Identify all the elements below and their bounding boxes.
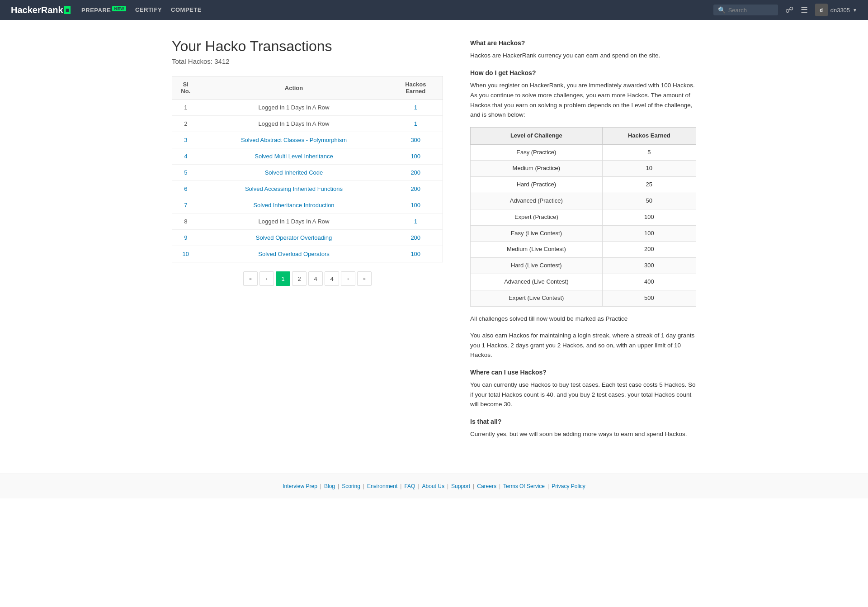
table-row: 3Solved Abstract Classes - Polymorphism3… <box>172 132 443 148</box>
level-name: Easy (Practice) <box>471 144 603 161</box>
transactions-table: Sl No. Action Hackos Earned 1Logged In 1… <box>172 76 443 262</box>
prepare-badge: NEW <box>112 6 126 11</box>
col-hackos: Hackos Earned <box>389 76 443 100</box>
level-name: Advanced (Live Contest) <box>471 274 603 290</box>
row-hackos: 200 <box>389 165 443 181</box>
row-num: 8 <box>172 213 199 230</box>
page-1[interactable]: 1 <box>276 271 290 286</box>
row-num: 9 <box>172 230 199 246</box>
level-row: Expert (Practice)100 <box>471 209 696 225</box>
nav-certify[interactable]: CERTIFY <box>135 6 162 13</box>
row-hackos: 1 <box>389 116 443 132</box>
row-hackos: 100 <box>389 197 443 213</box>
row-hackos: 200 <box>389 181 443 197</box>
table-body: 1Logged In 1 Days In A Row12Logged In 1 … <box>172 100 443 262</box>
table-row: 8Logged In 1 Days In A Row1 <box>172 213 443 230</box>
notifications-icon[interactable]: ☰ <box>801 5 808 15</box>
footer-separator: | <box>400 483 401 489</box>
level-name: Hard (Practice) <box>471 177 603 193</box>
level-name: Hard (Live Contest) <box>471 258 603 274</box>
navbar-left: HackerRank ■ PREPARENEW CERTIFY COMPETE <box>11 5 202 15</box>
table-row: 5Solved Inherited Code200 <box>172 165 443 181</box>
how-hackos-text: When you register on HackerRank, you are… <box>470 81 696 119</box>
row-action[interactable]: Solved Abstract Classes - Polymorphism <box>199 132 389 148</box>
level-hackos: 25 <box>602 177 696 193</box>
where-hackos-title: Where can I use Hackos? <box>470 367 696 377</box>
footer-separator: | <box>473 483 474 489</box>
footer-link-about-us[interactable]: About Us <box>422 483 444 489</box>
levels-body: Easy (Practice)5Medium (Practice)10Hard … <box>471 144 696 306</box>
page-first[interactable]: « <box>243 271 258 286</box>
level-hackos: 100 <box>602 209 696 225</box>
chevron-down-icon: ▼ <box>853 8 857 13</box>
nav-links: PREPARENEW CERTIFY COMPETE <box>81 6 202 14</box>
logo[interactable]: HackerRank ■ <box>11 5 71 15</box>
footer-links: Interview Prep|Blog|Scoring|Environment|… <box>9 483 859 489</box>
level-hackos: 300 <box>602 258 696 274</box>
search-input[interactable] <box>728 7 774 14</box>
row-action[interactable]: Solved Accessing Inherited Functions <box>199 181 389 197</box>
level-row: Expert (Live Contest)500 <box>471 290 696 306</box>
navbar-right: 🔍 ☍ ☰ d dn3305 ▼ <box>713 4 857 16</box>
messages-icon[interactable]: ☍ <box>785 5 793 15</box>
table-row: 2Logged In 1 Days In A Row1 <box>172 116 443 132</box>
level-row: Medium (Live Contest)200 <box>471 242 696 258</box>
row-action[interactable]: Solved Operator Overloading <box>199 230 389 246</box>
level-col-header: Level of Challenge <box>471 127 603 144</box>
logo-text: HackerRank <box>11 5 63 15</box>
page-2[interactable]: 2 <box>292 271 307 286</box>
footer-separator: | <box>320 483 321 489</box>
table-row: 9Solved Operator Overloading200 <box>172 230 443 246</box>
page-prev[interactable]: ‹ <box>259 271 274 286</box>
row-num: 1 <box>172 100 199 116</box>
user-menu[interactable]: d dn3305 ▼ <box>815 4 857 16</box>
row-num: 10 <box>172 246 199 262</box>
nav-prepare[interactable]: PREPARENEW <box>81 6 126 14</box>
footer-link-privacy-policy[interactable]: Privacy Policy <box>552 483 585 489</box>
table-row: 6Solved Accessing Inherited Functions200 <box>172 181 443 197</box>
level-name: Advanced (Practice) <box>471 193 603 209</box>
row-hackos: 100 <box>389 148 443 165</box>
footer-link-scoring[interactable]: Scoring <box>342 483 360 489</box>
page-next[interactable]: › <box>341 271 355 286</box>
total-hackos: Total Hackos: 3412 <box>172 57 443 65</box>
nav-compete[interactable]: COMPETE <box>171 6 202 13</box>
row-action: Logged In 1 Days In A Row <box>199 116 389 132</box>
level-row: Advanced (Live Contest)400 <box>471 274 696 290</box>
footer: Interview Prep|Blog|Scoring|Environment|… <box>0 474 868 498</box>
is-that-text: Currently yes, but we will soon be addin… <box>470 429 696 439</box>
footer-link-blog[interactable]: Blog <box>324 483 335 489</box>
row-action: Logged In 1 Days In A Row <box>199 213 389 230</box>
search-bar[interactable]: 🔍 <box>713 5 778 15</box>
footer-link-interview-prep[interactable]: Interview Prep <box>283 483 317 489</box>
footer-link-careers[interactable]: Careers <box>477 483 496 489</box>
row-action[interactable]: Solved Inheritance Introduction <box>199 197 389 213</box>
level-row: Easy (Practice)5 <box>471 144 696 161</box>
search-icon: 🔍 <box>718 6 726 14</box>
row-action[interactable]: Solved Overload Operators <box>199 246 389 262</box>
level-hackos: 400 <box>602 274 696 290</box>
footer-separator: | <box>418 483 419 489</box>
page-3[interactable]: 4 <box>308 271 323 286</box>
footer-separator: | <box>363 483 364 489</box>
page-4[interactable]: 4 <box>325 271 339 286</box>
row-action[interactable]: Solved Inherited Code <box>199 165 389 181</box>
row-action[interactable]: Solved Multi Level Inheritance <box>199 148 389 165</box>
page-title: Your Hacko Transactions <box>172 38 443 55</box>
level-hackos: 500 <box>602 290 696 306</box>
level-row: Advanced (Practice)50 <box>471 193 696 209</box>
level-hackos: 50 <box>602 193 696 209</box>
streak-text: You also earn Hackos for maintaining a l… <box>470 331 696 360</box>
level-row: Hard (Live Contest)300 <box>471 258 696 274</box>
row-hackos: 300 <box>389 132 443 148</box>
level-hackos: 100 <box>602 225 696 242</box>
footer-link-terms-of-service[interactable]: Terms Of Service <box>503 483 545 489</box>
footer-link-support[interactable]: Support <box>451 483 470 489</box>
row-num: 3 <box>172 132 199 148</box>
page-last[interactable]: » <box>357 271 372 286</box>
footer-link-faq[interactable]: FAQ <box>404 483 415 489</box>
row-hackos: 200 <box>389 230 443 246</box>
right-panel: What are Hackos? Hackos are HackerRank c… <box>470 38 696 446</box>
row-num: 2 <box>172 116 199 132</box>
footer-link-environment[interactable]: Environment <box>367 483 397 489</box>
